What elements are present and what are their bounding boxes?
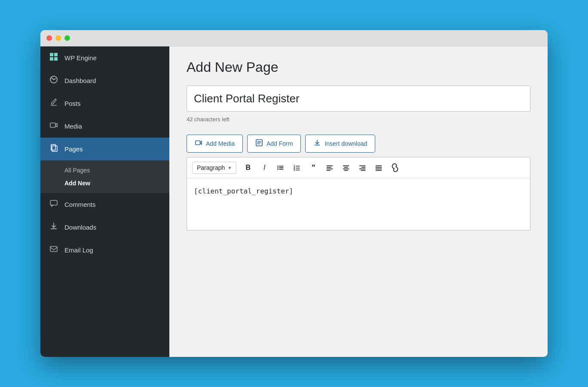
- app-body: WP Engine Dashboard: [40, 46, 548, 357]
- align-center-button[interactable]: [339, 161, 353, 175]
- page-title-input[interactable]: [187, 86, 530, 111]
- editor-area: Paragraph ▼ B I: [187, 157, 530, 230]
- page-title: Add New Page: [187, 59, 530, 75]
- sidebar-item-label: Media: [64, 123, 82, 130]
- editor-content: [client_portal_register]: [194, 187, 293, 195]
- svg-rect-11: [50, 246, 57, 252]
- format-toolbar: Paragraph ▼ B I: [187, 157, 530, 178]
- sidebar-item-add-new[interactable]: Add New: [64, 177, 169, 190]
- sidebar-item-label: Pages: [64, 145, 83, 153]
- svg-point-18: [278, 166, 279, 167]
- insert-download-label: Insert download: [325, 140, 367, 147]
- close-button[interactable]: [46, 35, 52, 41]
- add-form-label: Add Form: [266, 140, 293, 147]
- svg-rect-1: [54, 53, 58, 56]
- svg-rect-9: [50, 200, 57, 205]
- svg-rect-3: [54, 57, 58, 61]
- sidebar-item-media[interactable]: Media: [40, 115, 169, 138]
- sidebar-item-label: Comments: [64, 201, 96, 208]
- minimize-button[interactable]: [55, 35, 61, 41]
- bold-button[interactable]: B: [241, 161, 255, 175]
- svg-rect-12: [196, 141, 200, 145]
- sidebar-item-all-pages[interactable]: All Pages: [64, 164, 169, 177]
- italic-button[interactable]: I: [257, 161, 272, 175]
- align-right-button[interactable]: [355, 161, 370, 175]
- sidebar-item-comments[interactable]: Comments: [40, 193, 169, 216]
- sidebar-item-pages[interactable]: Pages: [40, 138, 169, 160]
- titlebar: [40, 30, 548, 46]
- insert-download-icon: [313, 139, 321, 148]
- window-controls: [46, 35, 70, 41]
- wp-engine-icon: [49, 52, 58, 63]
- sidebar-item-wp-engine[interactable]: WP Engine: [40, 46, 169, 69]
- format-select-label: Paragraph: [197, 164, 225, 171]
- add-media-icon: [195, 139, 202, 148]
- svg-rect-6: [50, 123, 55, 127]
- comments-icon: [49, 199, 58, 210]
- add-media-button[interactable]: Add Media: [187, 135, 243, 153]
- svg-text:3: 3: [294, 168, 295, 171]
- format-select[interactable]: Paragraph ▼: [192, 162, 236, 174]
- svg-point-20: [278, 167, 279, 169]
- sidebar: WP Engine Dashboard: [40, 46, 169, 357]
- editor-body[interactable]: [client_portal_register]: [187, 178, 530, 230]
- browser-window: WP Engine Dashboard: [40, 30, 548, 357]
- dashboard-icon: [49, 75, 58, 86]
- add-form-icon: [255, 139, 263, 148]
- sidebar-item-label: Posts: [64, 100, 81, 107]
- blockquote-button[interactable]: ": [306, 161, 321, 175]
- downloads-icon: [49, 222, 58, 233]
- pages-submenu: All Pages Add New: [40, 160, 169, 193]
- insert-download-button[interactable]: Insert download: [305, 135, 375, 153]
- align-left-button[interactable]: [322, 161, 337, 175]
- ordered-list-button[interactable]: 1 2 3: [290, 161, 304, 175]
- svg-rect-2: [50, 57, 53, 61]
- add-form-button[interactable]: Add Form: [247, 135, 301, 153]
- sidebar-item-posts[interactable]: Posts: [40, 92, 169, 115]
- title-input-wrap: [187, 86, 530, 112]
- justify-button[interactable]: [371, 161, 386, 175]
- editor-buttons: Add Media Add Form: [187, 135, 530, 153]
- sidebar-item-label: Dashboard: [64, 77, 96, 84]
- posts-icon: [49, 98, 58, 109]
- sidebar-item-dashboard[interactable]: Dashboard: [40, 69, 169, 92]
- sidebar-item-email-log[interactable]: Email Log: [40, 239, 169, 261]
- email-icon: [49, 245, 58, 255]
- sidebar-item-downloads[interactable]: Downloads: [40, 216, 169, 239]
- sidebar-item-label: WP Engine: [64, 54, 97, 61]
- add-media-label: Add Media: [206, 140, 235, 147]
- svg-rect-8: [52, 146, 57, 151]
- media-icon: [49, 121, 58, 132]
- sidebar-item-label: Downloads: [64, 224, 96, 231]
- chevron-down-icon: ▼: [227, 166, 232, 170]
- pages-icon: [49, 144, 58, 154]
- link-button[interactable]: [388, 161, 402, 175]
- svg-point-22: [278, 169, 279, 170]
- unordered-list-button[interactable]: [273, 161, 288, 175]
- maximize-button[interactable]: [64, 35, 70, 41]
- main-content: Add New Page 42 characters left Add Medi…: [169, 46, 548, 357]
- svg-rect-0: [50, 53, 53, 56]
- sidebar-item-label: Email Log: [64, 246, 93, 254]
- char-count: 42 characters left: [187, 116, 530, 123]
- svg-rect-17: [315, 145, 320, 146]
- svg-rect-10: [51, 228, 57, 229]
